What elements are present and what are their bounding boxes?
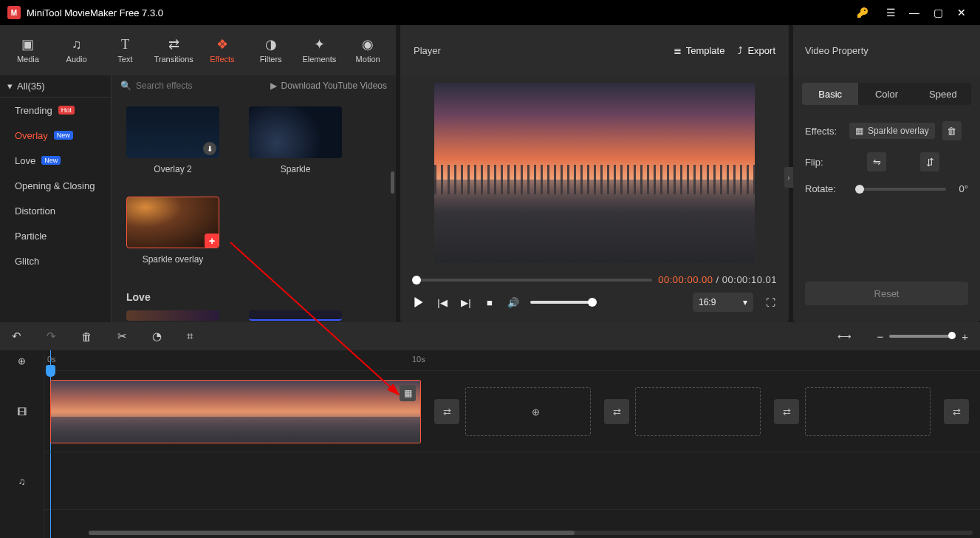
add-track-button[interactable]: ⊕ bbox=[0, 350, 44, 371]
hot-badge: Hot bbox=[58, 106, 75, 115]
rotate-slider[interactable] bbox=[855, 188, 946, 191]
export-button[interactable]: ⤴Export bbox=[738, 45, 775, 56]
seek-slider[interactable] bbox=[412, 279, 652, 282]
zoom-slider[interactable] bbox=[889, 335, 956, 338]
app-title: MiniTool MovieMaker Free 7.3.0 bbox=[27, 7, 851, 18]
next-frame-button[interactable]: ▶| bbox=[459, 296, 473, 309]
effect-thumb: + bbox=[126, 197, 219, 248]
tool-effects[interactable]: ❖Effects bbox=[199, 28, 246, 72]
layers-icon: ▦ bbox=[855, 126, 863, 136]
template-icon: ≣ bbox=[674, 45, 682, 56]
tool-audio[interactable]: ♫Audio bbox=[53, 28, 100, 72]
fullscreen-button[interactable]: ⛶ bbox=[764, 296, 777, 309]
effects-content: 🔍Search effects ▶Download YouTube Videos… bbox=[112, 75, 396, 322]
youtube-icon: ▶ bbox=[270, 81, 277, 91]
reset-button[interactable]: Reset bbox=[805, 282, 968, 305]
tool-elements[interactable]: ✦Elements bbox=[296, 28, 343, 72]
time-ruler[interactable]: 0s 10s bbox=[44, 350, 980, 371]
speed-button[interactable]: ◔ bbox=[152, 330, 162, 343]
delete-effect-button[interactable]: 🗑 bbox=[942, 121, 962, 140]
tool-motion[interactable]: ◉Motion bbox=[344, 28, 391, 72]
redo-button[interactable]: ↷ bbox=[47, 330, 56, 343]
crop-button[interactable]: ⌗ bbox=[187, 330, 193, 343]
applied-effect-chip[interactable]: ▦Sparkle overlay bbox=[849, 123, 935, 139]
transition-button[interactable]: ⇄ bbox=[434, 399, 459, 424]
template-button[interactable]: ≣Template bbox=[674, 45, 725, 56]
sidebar-item-overlay[interactable]: OverlayNew bbox=[0, 123, 111, 148]
close-button[interactable]: ✕ bbox=[950, 1, 973, 24]
video-preview[interactable] bbox=[434, 83, 755, 263]
expand-panel-button[interactable]: › bbox=[784, 167, 793, 188]
horizontal-scrollbar[interactable] bbox=[89, 531, 973, 535]
sidebar-item-glitch[interactable]: Glitch bbox=[0, 248, 111, 273]
sidebar-item-trending[interactable]: TrendingHot bbox=[0, 98, 111, 123]
new-badge: New bbox=[54, 131, 73, 140]
time-display: 00:00:00.00 / 00:00:10.01 bbox=[658, 274, 777, 285]
category-sidebar: ▾All(35) TrendingHot OverlayNew LoveNew … bbox=[0, 75, 112, 322]
sidebar-item-opening-closing[interactable]: Opening & Closing bbox=[0, 173, 111, 198]
tab-speed[interactable]: Speed bbox=[915, 83, 971, 105]
effect-card-sparkle[interactable]: Sparkle bbox=[249, 106, 342, 174]
delete-button[interactable]: 🗑 bbox=[81, 330, 92, 343]
download-youtube-link[interactable]: ▶Download YouTube Videos bbox=[270, 81, 387, 91]
fit-button[interactable]: ⟷ bbox=[837, 331, 851, 342]
chevron-down-icon: ▾ bbox=[7, 81, 13, 92]
transitions-icon: ⇄ bbox=[168, 37, 179, 52]
tool-media[interactable]: ▣Media bbox=[4, 28, 52, 72]
tab-color[interactable]: Color bbox=[858, 83, 914, 105]
audio-track[interactable] bbox=[44, 452, 980, 510]
sidebar-item-particle[interactable]: Particle bbox=[0, 223, 111, 248]
volume-icon[interactable]: 🔊 bbox=[507, 296, 520, 309]
elements-icon: ✦ bbox=[314, 37, 325, 52]
flip-vertical-button[interactable]: ⇵ bbox=[920, 152, 939, 171]
transition-button[interactable]: ⇄ bbox=[944, 399, 969, 424]
maximize-button[interactable]: ▢ bbox=[927, 1, 949, 24]
volume-slider[interactable] bbox=[530, 301, 597, 304]
drop-slot[interactable] bbox=[635, 387, 761, 436]
sidebar-item-distortion[interactable]: Distortion bbox=[0, 198, 111, 223]
effect-thumb bbox=[249, 106, 342, 158]
add-media-button[interactable]: ⊕ bbox=[523, 399, 548, 424]
prev-frame-button[interactable]: |◀ bbox=[436, 296, 449, 309]
transition-button[interactable]: ⇄ bbox=[604, 399, 629, 424]
zoom-out-button[interactable]: − bbox=[877, 330, 883, 343]
menu-icon[interactable]: ☰ bbox=[880, 1, 902, 24]
flip-horizontal-button[interactable]: ⇋ bbox=[867, 152, 886, 171]
effect-card-overlay2[interactable]: ⬇ Overlay 2 bbox=[126, 106, 219, 174]
sidebar-all[interactable]: ▾All(35) bbox=[0, 75, 111, 98]
add-effect-button[interactable]: + bbox=[205, 234, 219, 248]
audio-track-icon: ♫ bbox=[0, 452, 44, 510]
zoom-in-button[interactable]: + bbox=[962, 330, 968, 343]
tool-transitions[interactable]: ⇄Transitions bbox=[150, 28, 197, 72]
app-logo: M bbox=[7, 6, 21, 19]
effect-applied-icon: ▦ bbox=[400, 385, 416, 401]
property-panel: Video Property Basic Color Speed Effects… bbox=[793, 25, 980, 322]
video-track[interactable]: ▦ ⇄ ⊕ ⇄ ⇄ ⇄ bbox=[44, 371, 980, 452]
search-input[interactable]: 🔍Search effects bbox=[120, 81, 263, 91]
license-key-icon[interactable] bbox=[851, 1, 874, 24]
video-clip[interactable]: ▦ bbox=[50, 380, 421, 443]
effect-thumb bbox=[249, 310, 342, 321]
tool-filters[interactable]: ◑Filters bbox=[247, 28, 295, 72]
effect-card[interactable] bbox=[126, 310, 219, 322]
undo-button[interactable]: ↶ bbox=[12, 330, 21, 343]
tool-text[interactable]: TText bbox=[102, 28, 149, 72]
effects-label: Effects: bbox=[805, 126, 842, 137]
scrollbar[interactable] bbox=[391, 171, 394, 194]
split-button[interactable]: ✂ bbox=[117, 330, 127, 343]
text-icon: T bbox=[121, 37, 129, 52]
sidebar-item-love[interactable]: LoveNew bbox=[0, 148, 111, 173]
play-button[interactable] bbox=[412, 296, 425, 309]
aspect-ratio-select[interactable]: 16:9▾ bbox=[693, 293, 753, 312]
player-panel: Player ≣Template ⤴Export 00:00:00.00 / 0… bbox=[400, 25, 789, 322]
filters-icon: ◑ bbox=[265, 37, 277, 52]
download-icon[interactable]: ⬇ bbox=[203, 142, 216, 155]
minimize-button[interactable]: — bbox=[903, 1, 925, 24]
effect-card[interactable] bbox=[249, 310, 342, 322]
effect-card-sparkle-overlay[interactable]: + Sparkle overlay bbox=[126, 197, 219, 265]
stop-button[interactable]: ■ bbox=[483, 296, 496, 309]
flip-label: Flip: bbox=[805, 157, 842, 168]
transition-button[interactable]: ⇄ bbox=[774, 399, 799, 424]
drop-slot[interactable] bbox=[805, 387, 931, 436]
tab-basic[interactable]: Basic bbox=[802, 83, 858, 105]
